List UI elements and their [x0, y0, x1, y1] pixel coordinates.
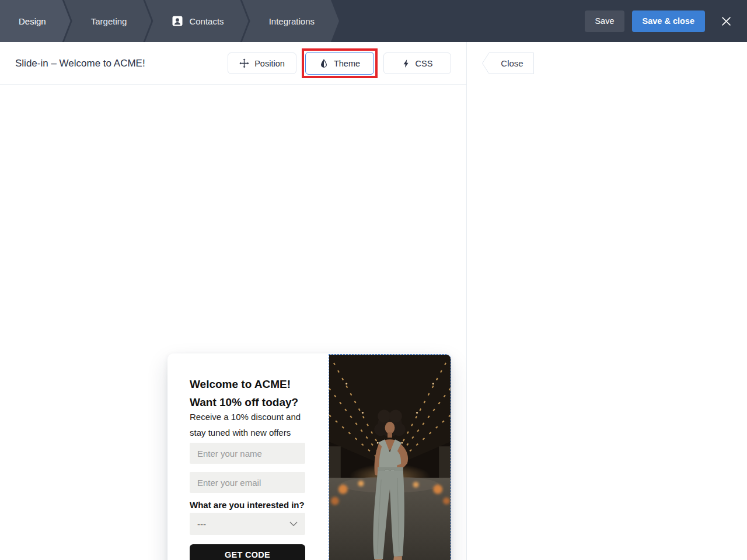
interest-select-value: ---: [197, 519, 206, 529]
topbar-actions: Save Save & close: [585, 10, 747, 32]
tab-contacts[interactable]: Contacts: [145, 0, 248, 42]
bolt-icon: [402, 59, 410, 68]
theme-button[interactable]: Theme: [305, 52, 374, 75]
contact-card-icon: [172, 15, 183, 27]
css-button[interactable]: CSS: [383, 52, 451, 74]
top-bar: Design Targeting Contacts Integrations S…: [0, 0, 747, 42]
slide-in-photo[interactable]: [329, 354, 451, 560]
x-icon: [722, 17, 731, 26]
name-input[interactable]: [190, 443, 305, 464]
email-input[interactable]: [190, 472, 305, 493]
theme-panel: Text Primary button text Apply pre-made …: [467, 85, 747, 560]
tab-integrations-label: Integrations: [269, 16, 315, 26]
tab-targeting[interactable]: Targeting: [64, 0, 152, 42]
position-button[interactable]: Position: [228, 52, 296, 74]
position-button-label: Position: [254, 59, 285, 68]
design-canvas: Welcome to ACME! Want 10% off today? Rec…: [0, 85, 466, 520]
tab-contacts-label: Contacts: [189, 16, 224, 26]
interest-select[interactable]: ---: [190, 513, 305, 535]
css-button-label: CSS: [416, 59, 433, 68]
preview-body-text: Receive a 10% discount and stay tuned wi…: [190, 409, 306, 440]
woman-street-photo: [329, 355, 451, 560]
preview-heading: Welcome to ACME! Want 10% off today?: [190, 375, 298, 411]
move-icon: [239, 58, 249, 68]
save-close-button[interactable]: Save & close: [632, 10, 705, 32]
tab-design-label: Design: [19, 16, 46, 26]
interest-label: What are you interested in?: [190, 500, 305, 510]
window-close-button[interactable]: [717, 12, 735, 30]
step-tabs: Design Targeting Contacts Integrations: [0, 0, 339, 42]
theme-highlight-rectangle: Theme: [302, 48, 378, 78]
chevron-down-icon: [289, 522, 298, 526]
tab-integrations[interactable]: Integrations: [242, 0, 339, 42]
contrast-drop-icon: [319, 59, 329, 68]
preview-heading-line1: Welcome to ACME!: [190, 375, 298, 393]
tab-targeting-label: Targeting: [91, 16, 127, 26]
close-panel-label: Close: [490, 52, 534, 74]
slide-in-form-column: Welcome to ACME! Want 10% off today? Rec…: [190, 354, 306, 560]
save-button[interactable]: Save: [585, 10, 624, 32]
get-code-button[interactable]: GET CODE: [190, 544, 305, 560]
theme-button-label: Theme: [334, 59, 360, 68]
page-title: Slide-in – Welcome to ACME!: [15, 42, 145, 85]
close-panel-button[interactable]: Close: [482, 52, 534, 74]
tab-design[interactable]: Design: [0, 0, 71, 42]
slide-in-preview-card: Welcome to ACME! Want 10% off today? Rec…: [167, 354, 451, 560]
